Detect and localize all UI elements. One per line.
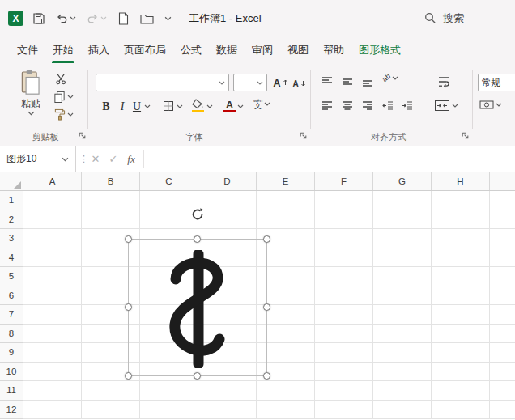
cell-E12[interactable] xyxy=(257,401,315,420)
cancel-button[interactable]: ✕ xyxy=(87,146,104,172)
cell-F3[interactable] xyxy=(315,229,373,248)
cell-H2[interactable] xyxy=(432,210,490,230)
cell-H3[interactable] xyxy=(432,229,490,248)
column-header-C[interactable]: C xyxy=(140,172,198,190)
font-name-combo[interactable] xyxy=(96,74,229,91)
cell-A3[interactable] xyxy=(23,229,82,248)
cell-B12[interactable] xyxy=(82,401,140,420)
cell-H5[interactable] xyxy=(432,267,490,286)
cell-B2[interactable] xyxy=(82,210,140,230)
cell-E2[interactable] xyxy=(257,210,315,230)
save-button[interactable] xyxy=(31,10,47,28)
column-header-G[interactable]: G xyxy=(373,172,432,190)
selection-handle-s[interactable] xyxy=(194,372,201,380)
shape-selection[interactable] xyxy=(128,239,267,376)
redo-button[interactable] xyxy=(85,10,109,27)
undo-dropdown-icon[interactable] xyxy=(70,16,76,20)
cell-A1[interactable] xyxy=(23,191,82,210)
select-all-corner[interactable] xyxy=(0,172,23,190)
row-header-5[interactable]: 5 xyxy=(0,267,23,286)
borders-button[interactable] xyxy=(162,100,183,112)
name-box-dropdown-icon[interactable] xyxy=(62,157,69,162)
column-header-D[interactable]: D xyxy=(198,172,257,190)
row-header-7[interactable]: 7 xyxy=(0,305,23,325)
tab-data[interactable]: 数据 xyxy=(209,36,245,63)
cell-A9[interactable] xyxy=(23,343,82,363)
column-header-B[interactable]: B xyxy=(82,172,140,190)
open-file-button[interactable] xyxy=(138,11,155,27)
row-header-10[interactable]: 10 xyxy=(0,363,23,382)
cell-B11[interactable] xyxy=(82,381,140,401)
name-box[interactable]: 图形10 xyxy=(0,146,76,172)
formula-input[interactable] xyxy=(146,146,515,172)
cell-F4[interactable] xyxy=(315,248,373,268)
tab-shape-format[interactable]: 图形格式 xyxy=(351,36,408,63)
cell-E11[interactable] xyxy=(257,381,315,401)
selection-handle-n[interactable] xyxy=(194,235,201,243)
selection-handle-e[interactable] xyxy=(263,303,270,311)
column-header-A[interactable]: A xyxy=(23,172,82,190)
cell-G7[interactable] xyxy=(373,305,432,325)
column-header-E[interactable]: E xyxy=(257,172,315,190)
enter-button[interactable]: ✓ xyxy=(105,146,121,172)
fill-color-button[interactable] xyxy=(192,99,213,113)
new-file-button[interactable] xyxy=(116,10,131,28)
selection-handle-w[interactable] xyxy=(125,303,132,311)
alignment-dialog-launcher[interactable] xyxy=(461,131,470,141)
cell-H4[interactable] xyxy=(432,248,490,268)
row-header-12[interactable]: 12 xyxy=(0,401,23,420)
cell-H6[interactable] xyxy=(432,286,490,306)
cell-G11[interactable] xyxy=(373,381,432,401)
cell-F2[interactable] xyxy=(315,210,373,230)
underline-dropdown[interactable] xyxy=(144,104,151,108)
selection-handle-sw[interactable] xyxy=(125,372,132,380)
cell-A6[interactable] xyxy=(23,286,82,306)
cell-H7[interactable] xyxy=(432,305,490,325)
increase-font-size-button[interactable]: A xyxy=(272,74,289,91)
wrap-text-button[interactable] xyxy=(437,75,451,88)
cell-G9[interactable] xyxy=(373,343,432,363)
cell-F6[interactable] xyxy=(315,286,373,306)
cell-H1[interactable] xyxy=(432,191,490,210)
cell-F5[interactable] xyxy=(315,267,373,286)
customize-qat-button[interactable] xyxy=(163,14,173,23)
cell-G12[interactable] xyxy=(373,401,432,420)
insert-function-button[interactable]: fx xyxy=(123,146,139,172)
column-header-H[interactable]: H xyxy=(432,172,490,190)
cell-D12[interactable] xyxy=(198,401,257,420)
cell-G3[interactable] xyxy=(373,229,432,248)
merge-center-button[interactable] xyxy=(434,100,458,112)
italic-button[interactable]: I xyxy=(117,99,128,115)
cell-A5[interactable] xyxy=(23,267,82,286)
decrease-font-size-button[interactable]: A xyxy=(291,75,308,91)
row-header-11[interactable]: 11 xyxy=(0,381,23,401)
tab-home[interactable]: 开始 xyxy=(45,36,81,63)
paste-dropdown-icon[interactable] xyxy=(28,111,35,116)
number-format-combo[interactable]: 常规 xyxy=(478,74,515,91)
cell-G1[interactable] xyxy=(373,191,432,210)
cell-G2[interactable] xyxy=(373,210,432,230)
align-bottom-button[interactable] xyxy=(361,75,374,88)
cell-D1[interactable] xyxy=(198,191,257,210)
row-header-1[interactable]: 1 xyxy=(0,191,23,210)
row-header-9[interactable]: 9 xyxy=(0,343,23,363)
row-header-2[interactable]: 2 xyxy=(0,210,23,230)
row-header-6[interactable]: 6 xyxy=(0,286,23,306)
decrease-indent-button[interactable] xyxy=(381,100,394,112)
cell-F8[interactable] xyxy=(315,325,373,344)
cell-A8[interactable] xyxy=(23,325,82,344)
cell-A12[interactable] xyxy=(23,401,82,420)
font-size-combo[interactable] xyxy=(233,74,267,91)
redo-dropdown-icon[interactable] xyxy=(100,16,107,20)
selected-shape[interactable] xyxy=(163,250,234,368)
cell-C12[interactable] xyxy=(140,401,198,420)
align-right-button[interactable] xyxy=(361,100,374,112)
accounting-format-button[interactable] xyxy=(479,100,502,110)
copy-button[interactable] xyxy=(53,91,74,103)
row-header-8[interactable]: 8 xyxy=(0,325,23,344)
bold-button[interactable]: B xyxy=(99,99,113,115)
phonetic-guide-button[interactable]: wén 文 xyxy=(253,98,270,110)
search-box[interactable]: 搜索 xyxy=(424,0,464,36)
cut-button[interactable] xyxy=(55,73,67,85)
increase-indent-button[interactable] xyxy=(401,100,414,112)
